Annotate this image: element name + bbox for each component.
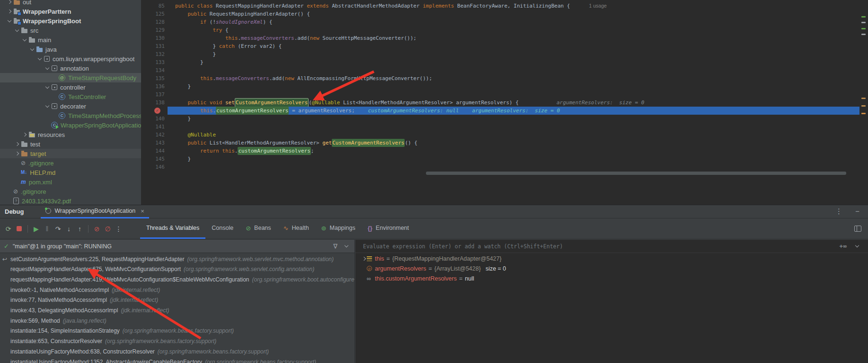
tab-mappings[interactable]: ⊚Mappings xyxy=(315,218,362,239)
editor-scroll-markers[interactable] xyxy=(860,0,868,205)
health-icon: ∿ xyxy=(283,225,289,232)
filter-funnel-icon[interactable]: ∇ xyxy=(333,243,337,250)
variable-row-this-customargumentresolvers[interactable]: ∞this.customArgumentResolvers=null xyxy=(355,273,868,283)
minimize-icon[interactable]: − xyxy=(855,207,859,215)
variable-row-argumentresolvers[interactable]: pargumentResolvers={ArrayList@5428}size … xyxy=(355,263,868,273)
tree-collapse-chevron-icon[interactable] xyxy=(45,65,49,69)
stack-frame[interactable]: invoke:569, Method (java.lang.reflect) xyxy=(0,316,354,326)
tree-item-label: 2403.13433v2.pdf xyxy=(22,198,71,205)
tree-item-wrapperspringbootapplication[interactable]: CWrapperSpringBootApplication xyxy=(0,120,141,130)
tab-beans[interactable]: ⊘Beans xyxy=(239,218,277,239)
code-line-131: 131 } catch (Error var2) { xyxy=(141,42,868,50)
tree-item-wrapperspringboot[interactable]: WrapperSpringBoot xyxy=(0,16,141,26)
tree-item-2403-13433v2-pdf[interactable]: ?2403.13433v2.pdf xyxy=(0,196,141,205)
step-into-icon[interactable]: ↓ xyxy=(63,224,74,234)
variable-row-this[interactable]: this={RequestMappingHandlerAdapter@5427} xyxy=(355,254,868,263)
code-token: RequestMappingHandlerAdapter() { xyxy=(210,10,310,18)
tree-item-main[interactable]: main xyxy=(0,35,141,45)
stack-frame[interactable]: instantiate:154, SimpleInstantiationStra… xyxy=(0,326,354,336)
line-number: 129 xyxy=(141,26,165,34)
tree-collapse-chevron-icon[interactable] xyxy=(30,46,34,50)
tree-expand-chevron-icon[interactable] xyxy=(15,142,19,146)
debug-session-tab[interactable]: WrapperSpringBootApplication × xyxy=(41,205,149,218)
stack-frame[interactable]: ↩setCustomArgumentResolvers:225, Request… xyxy=(0,254,354,264)
stop-icon[interactable] xyxy=(14,224,25,234)
tree-item-com-liuyan-wrapperspringboot[interactable]: com.liuyan.wrapperspringboot xyxy=(0,54,141,64)
code-editor[interactable]: 85public class RequestMappingHandlerAdap… xyxy=(141,0,868,205)
rerun-icon[interactable]: ⟳ xyxy=(3,224,14,234)
tree-item-test[interactable]: test xyxy=(0,139,141,149)
tree-item-out[interactable]: out xyxy=(0,0,141,7)
tree-item-testcontroller[interactable]: CTestController xyxy=(0,92,141,101)
reset-frame-icon[interactable]: ⊘ xyxy=(91,224,102,234)
mute-breakpoints-icon[interactable]: ∅ xyxy=(102,224,113,234)
project-tree[interactable]: outWrapperPartternWrapperSpringBootsrcma… xyxy=(0,0,142,205)
step-out-icon[interactable]: ↑ xyxy=(74,224,85,234)
class-icon: C xyxy=(59,93,65,100)
breakpoint-icon[interactable]: ✓ xyxy=(154,108,160,114)
close-icon[interactable]: × xyxy=(141,208,144,215)
stack-frame[interactable]: requestMappingHandlerAdapter:675, WebMvc… xyxy=(0,264,354,274)
add-watch-icon[interactable]: +∞ xyxy=(839,243,847,250)
tree-item-wrapperparttern[interactable]: WrapperParttern xyxy=(0,7,141,16)
tree-item-java[interactable]: java xyxy=(0,45,141,54)
stack-frame[interactable]: requestMappingHandlerAdapter:419, WebMvc… xyxy=(0,274,354,284)
code-token: (! xyxy=(210,18,216,26)
stack-frame[interactable]: instantiate:653, ConstructorResolver (or… xyxy=(0,336,354,346)
tree-item-annotation[interactable]: annotation xyxy=(0,64,141,73)
tree-item-help-md[interactable]: M↓HELP.md xyxy=(0,168,141,177)
tree-item-timestampmethodprocessor[interactable]: CTimeStampMethodProcessor xyxy=(0,111,141,120)
layout-settings-icon[interactable] xyxy=(854,226,861,232)
variable-expand-chevron-icon[interactable] xyxy=(361,257,367,260)
equals-sign: = xyxy=(459,275,462,282)
tree-item-timestamprequestbody[interactable]: @TimeStampRequestBody xyxy=(0,73,141,82)
tree-item-src[interactable]: src xyxy=(0,26,141,35)
tab-threads-variables[interactable]: Threads & Variables xyxy=(140,218,205,239)
more-icon[interactable]: ⋮ xyxy=(835,207,842,216)
tab-health[interactable]: ∿Health xyxy=(277,218,315,239)
code-token xyxy=(175,74,200,82)
code-text: } xyxy=(175,82,191,91)
tree-collapse-chevron-icon[interactable] xyxy=(38,56,42,60)
tree-expand-chevron-icon[interactable] xyxy=(23,133,27,136)
tree-item-controller[interactable]: controller xyxy=(0,82,141,92)
tree-expand-chevron-icon[interactable] xyxy=(8,0,11,4)
resume-icon[interactable]: ▶ xyxy=(31,224,42,234)
tree-item-gitignore[interactable]: ⊘.gitignore xyxy=(0,158,141,168)
evaluate-expand-chevron-icon[interactable] xyxy=(855,244,859,247)
tree-collapse-chevron-icon[interactable] xyxy=(23,37,27,41)
stack-frame[interactable]: invoke0:-1, NativeMethodAccessorImpl (jd… xyxy=(0,285,354,295)
horizontal-scrollbar[interactable] xyxy=(426,172,846,175)
line-number: 132 xyxy=(141,50,165,58)
thread-dropdown-chevron-icon[interactable] xyxy=(345,244,348,247)
tree-item-gitignore[interactable]: ⊘.gitignore xyxy=(0,187,141,196)
code-token: RequestMappingHandlerAdapter xyxy=(216,2,307,10)
tree-item-pom-xml[interactable]: mpom.xml xyxy=(0,177,141,187)
stack-frame[interactable]: invoke:77, NativeMethodAccessorImpl (jdk… xyxy=(0,295,354,305)
stack-frame[interactable]: instantiateUsingFactoryMethod:638, Const… xyxy=(0,346,354,356)
thread-selector[interactable]: ✓ "main"@1 in group "main": RUNNING ∇ xyxy=(0,240,354,253)
step-over-icon[interactable]: ↷ xyxy=(53,224,63,234)
code-text: @Nullable xyxy=(175,131,216,139)
frame-location: instantiate:653, ConstructorResolver xyxy=(10,338,102,345)
tree-item-target[interactable]: target xyxy=(0,149,141,158)
tree-collapse-chevron-icon[interactable] xyxy=(45,103,49,107)
tree-expand-chevron-icon[interactable] xyxy=(8,9,11,13)
tree-collapse-chevron-icon[interactable] xyxy=(45,84,49,88)
tree-item-decorater[interactable]: decorater xyxy=(0,101,141,111)
more-icon[interactable]: ⋮ xyxy=(113,224,124,234)
code-text: } xyxy=(175,50,216,58)
evaluate-expression-bar[interactable]: Evaluate expression (Enter) or add a wat… xyxy=(355,240,868,253)
tree-collapse-chevron-icon[interactable] xyxy=(8,18,11,22)
code-text: this.messageConverters.add(new AllEncomp… xyxy=(175,74,432,82)
tree-expand-chevron-icon[interactable] xyxy=(15,152,19,155)
tree-collapse-chevron-icon[interactable] xyxy=(15,27,19,31)
tree-item-resources[interactable]: resources xyxy=(0,130,141,139)
tab-console[interactable]: Console xyxy=(205,218,239,239)
pause-icon[interactable]: ‖ xyxy=(42,224,53,234)
tab-environment[interactable]: {}Environment xyxy=(362,218,415,239)
stack-frame[interactable]: invoke:43, DelegatingMethodAccessorImpl … xyxy=(0,306,354,316)
stack-frame[interactable]: instantiateUsingFactoryMethod:1352, Abst… xyxy=(0,357,354,363)
code-token: public class xyxy=(175,2,216,10)
excluded-folder-icon xyxy=(14,0,20,5)
